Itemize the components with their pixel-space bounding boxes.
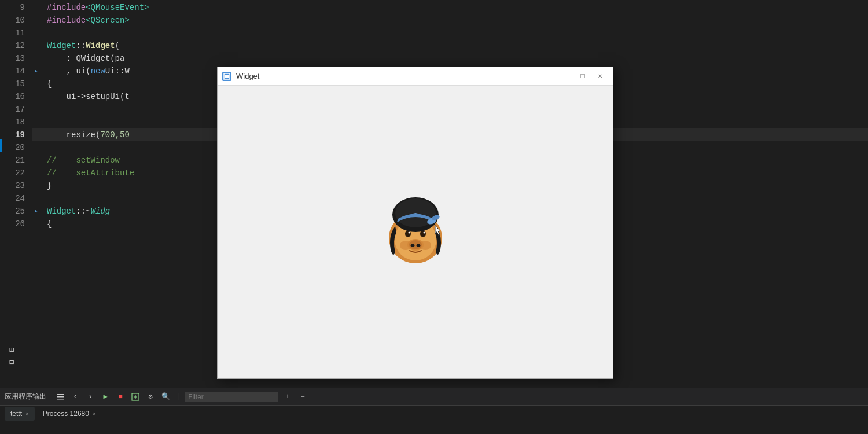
text-19a: resize( — [47, 128, 100, 141]
separator: | — [176, 393, 180, 401]
widget-app-icon — [222, 72, 231, 81]
arrow-25: ▸ — [34, 205, 46, 218]
svg-point-10 — [405, 231, 411, 237]
destructor-25: Widg — [91, 205, 111, 218]
svg-rect-1 — [225, 75, 229, 78]
include-file-10: <QScreen> — [86, 14, 130, 27]
line-num-12: 12 — [8, 39, 25, 52]
text-26: { — [47, 218, 52, 230]
code-line-11 — [32, 27, 868, 39]
line-num-21: 21 — [8, 154, 25, 167]
widget-window[interactable]: Widget — □ ✕ — [217, 67, 613, 379]
text-13: : QWidget(pa — [47, 52, 124, 65]
line-num-18: 18 — [8, 116, 25, 128]
line-num-20: 20 — [8, 141, 25, 154]
line-num-17: 17 — [8, 103, 25, 116]
svg-rect-19 — [57, 396, 64, 398]
search-button[interactable]: 🔍 — [160, 391, 171, 403]
maximize-button[interactable]: □ — [575, 71, 591, 82]
svg-point-8 — [410, 244, 414, 247]
svg-rect-18 — [57, 394, 64, 395]
code-line-9: #include<QMouseEvent> — [32, 1, 868, 14]
menu-button[interactable] — [54, 391, 66, 403]
text-12: ( — [115, 39, 120, 52]
function-name-12: Widget — [86, 39, 115, 52]
line-num-10: 10 — [8, 14, 25, 27]
comment-21: // setWindow — [47, 154, 120, 167]
tab-process-12680[interactable]: Process 12680 × — [37, 407, 102, 421]
line-num-24: 24 — [8, 192, 25, 205]
line-num-22: 22 — [8, 167, 25, 179]
filter-input[interactable] — [185, 392, 278, 402]
punct-12: :: — [76, 39, 86, 52]
prev-button[interactable]: ‹ — [69, 391, 81, 403]
line-num-25: 25 — [8, 205, 25, 218]
text-16: ui->setupUi(t — [47, 90, 130, 103]
tab-process-close[interactable]: × — [93, 411, 96, 417]
bottom-toolbar: 应用程序输出 ‹ › ▶ ■ ⚙ 🔍 | + − — [0, 388, 868, 406]
line-numbers: 9 10 11 12 13 14 15 16 17 18 19 20 21 22… — [0, 0, 32, 388]
tab-process-label: Process 12680 — [43, 410, 89, 418]
text-15: { — [47, 78, 52, 90]
settings-button[interactable]: ⚙ — [145, 391, 156, 403]
side-indicator — [0, 139, 2, 152]
code-line-10: #include<QScreen> — [32, 14, 868, 27]
tab-tettt-close[interactable]: × — [25, 411, 29, 417]
code-line-13: : QWidget(pa — [32, 52, 868, 65]
font-increase-button[interactable]: + — [282, 391, 293, 403]
line-num-16: 16 — [8, 90, 25, 103]
line-num-19: 19 — [8, 128, 25, 141]
code-line-12: Widget::Widget( — [32, 39, 868, 52]
line-num-11: 11 — [8, 27, 25, 39]
line-num-13: 13 — [8, 52, 25, 65]
tab-tettt-label: tettt — [10, 410, 22, 418]
line-num-23: 23 — [8, 179, 25, 192]
collapse-button[interactable]: ⊟ — [9, 357, 14, 367]
tab-tettt[interactable]: tettt × — [5, 407, 35, 421]
punct-25: ::~ — [76, 205, 90, 218]
svg-point-9 — [416, 244, 420, 247]
minimize-button[interactable]: — — [557, 71, 573, 82]
number-19: 700,50 — [100, 128, 129, 141]
widget-body — [218, 86, 613, 378]
include-keyword-9: #include — [47, 1, 86, 14]
include-file-9: <QMouseEvent> — [86, 1, 149, 14]
widget-titlebar: Widget — □ ✕ — [218, 67, 613, 86]
arrow-14: ▸ — [34, 65, 46, 78]
bottom-panel: 应用程序输出 ‹ › ▶ ■ ⚙ 🔍 | + − tettt — [0, 388, 868, 434]
class-name-12: Widget — [47, 39, 76, 52]
new-keyword-14: new — [91, 65, 105, 78]
line-num-26: 26 — [8, 218, 25, 230]
bottom-tabs: tettt × Process 12680 × — [0, 406, 868, 422]
text-23: } — [47, 179, 52, 192]
line-num-15: 15 — [8, 78, 25, 90]
line-num-14: 14 — [8, 65, 25, 78]
window-controls: — □ ✕ — [557, 71, 608, 82]
qt-mascot — [378, 194, 453, 270]
widget-title: Widget — [236, 72, 553, 80]
class-name-25: Widget — [47, 205, 76, 218]
include-keyword-10: #include — [47, 14, 86, 27]
run-button[interactable]: ▶ — [100, 391, 111, 403]
expand-button[interactable]: ⊞ — [9, 345, 14, 355]
stop-button[interactable]: ■ — [115, 391, 126, 403]
next-button[interactable]: › — [84, 391, 96, 403]
close-button[interactable]: ✕ — [592, 71, 608, 82]
svg-point-11 — [420, 231, 426, 237]
comment-22: // setAttribute — [47, 167, 134, 179]
line-num-9: 9 — [8, 1, 25, 14]
panel-title: 应用程序输出 — [5, 392, 46, 402]
svg-rect-20 — [57, 399, 64, 400]
svg-point-13 — [423, 232, 425, 234]
text-14a: , ui( — [47, 65, 91, 78]
font-decrease-button[interactable]: − — [297, 391, 308, 403]
add-config-button[interactable] — [130, 391, 141, 403]
svg-point-12 — [408, 232, 410, 234]
text-14b: Ui::W — [105, 65, 130, 78]
